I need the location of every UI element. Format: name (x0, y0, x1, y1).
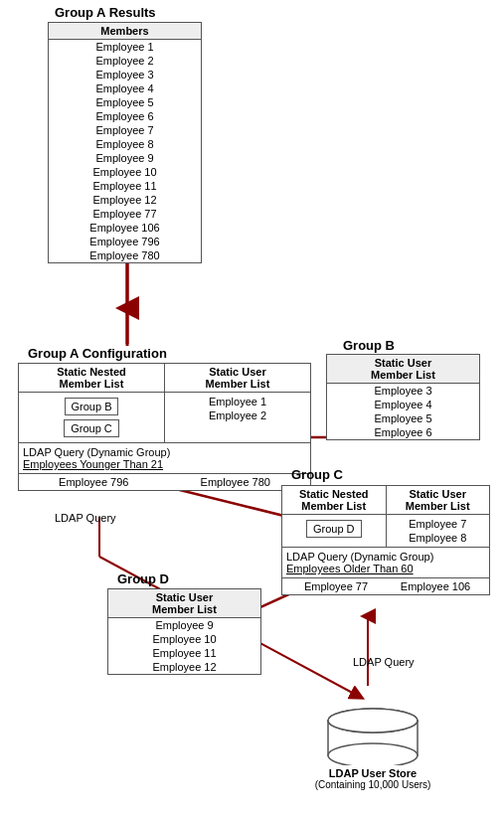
svg-point-18 (328, 743, 418, 765)
group-c-ldap-members: Employee 77 Employee 106 (282, 578, 489, 594)
group-c-label: Group C (291, 467, 343, 482)
group-c-ldap-query-label: LDAP Query (353, 656, 415, 668)
group-c-headers: Static NestedMember List Static UserMemb… (282, 486, 489, 515)
ldap-store-container: LDAP User Store (Containing 10,000 Users… (308, 706, 437, 790)
group-a-ldap-query-label: LDAP Query (55, 512, 116, 524)
group-d-label: Group D (117, 571, 169, 586)
group-c-static-members: Employee 7 Employee 8 (387, 515, 490, 547)
group-c-ldap-member1: Employee 77 (286, 580, 386, 592)
ldap-store-sublabel: (Containing 10,000 Users) (308, 779, 437, 790)
group-c-static-header: Static UserMember List (387, 486, 490, 514)
group-a-static-header: Static UserMember List (165, 364, 310, 392)
group-b-label: Group B (343, 338, 395, 353)
group-a-results-label: Group A Results (55, 5, 156, 20)
group-d-ref: Group D (306, 520, 362, 538)
group-a-ldap-section: LDAP Query (Dynamic Group) Employees You… (19, 443, 310, 474)
group-c-members-row: Group D Employee 7 Employee 8 (282, 515, 489, 548)
group-d-members: Employee 9 Employee 10 Employee 11 Emplo… (108, 618, 260, 674)
group-c-nested-members: Group D (282, 515, 387, 547)
group-a-results-header: Members (49, 23, 201, 40)
ldap-store-cylinder (323, 706, 422, 765)
group-a-results-box: Members Employee 1 Employee 2 Employee 3… (48, 22, 202, 263)
group-d-header: Static UserMember List (108, 589, 260, 618)
group-b-members: Employee 3 Employee 4 Employee 5 Employe… (327, 384, 479, 439)
group-c-ref: Group C (64, 419, 119, 437)
group-a-config-members: Group B Group C Employee 1 Employee 2 (19, 393, 310, 443)
group-c-nested-header: Static NestedMember List (282, 486, 387, 514)
group-a-results-members: Employee 1 Employee 2 Employee 3 Employe… (49, 40, 201, 262)
group-c-box: Static NestedMember List Static UserMemb… (281, 485, 490, 595)
group-a-config-headers: Static NestedMember List Static UserMemb… (19, 364, 310, 393)
svg-point-19 (328, 709, 418, 733)
group-a-ldap-members: Employee 796 Employee 780 (19, 474, 310, 490)
diagram-container: Group A Results Members Employee 1 Emplo… (0, 0, 504, 814)
group-a-static-members: Employee 1 Employee 2 (165, 393, 310, 442)
group-b-header: Static UserMember List (327, 355, 479, 384)
group-a-nested-members: Group B Group C (19, 393, 165, 442)
group-b-box: Static UserMember List Employee 3 Employ… (326, 354, 480, 440)
group-a-config-box: Static NestedMember List Static UserMemb… (18, 363, 311, 491)
group-d-box: Static UserMember List Employee 9 Employ… (107, 588, 261, 675)
group-c-ldap-member2: Employee 106 (386, 580, 485, 592)
group-a-ldap-member1: Employee 796 (23, 476, 165, 488)
group-a-config-label: Group A Configuration (28, 346, 167, 361)
group-b-ref: Group B (65, 398, 119, 415)
group-a-nested-header: Static NestedMember List (19, 364, 165, 392)
ldap-store-label: LDAP User Store (308, 767, 437, 779)
group-c-ldap-section: LDAP Query (Dynamic Group) Employees Old… (282, 548, 489, 578)
